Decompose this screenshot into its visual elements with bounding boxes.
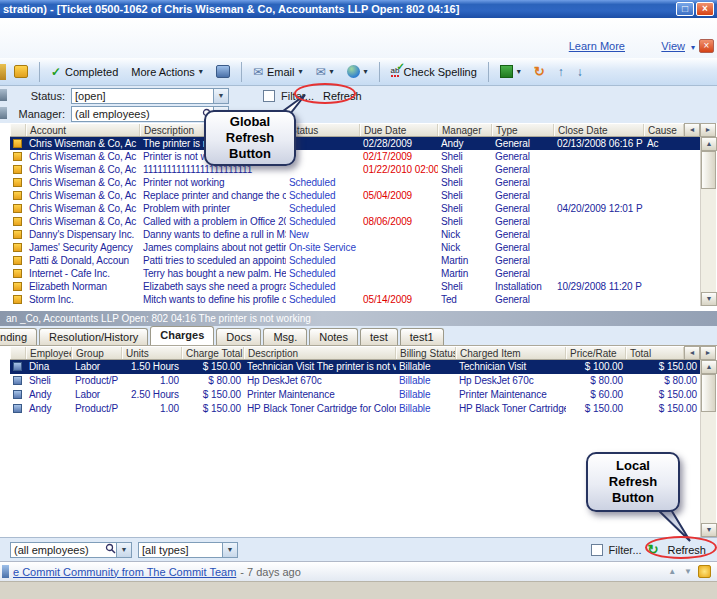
view-link[interactable]: View	[661, 40, 685, 52]
ticket-row[interactable]: Danny's Dispensary Inc. Danny wants to d…	[10, 228, 700, 241]
column-units[interactable]: Units	[122, 347, 182, 359]
column-charged-item[interactable]: Charged Item	[456, 347, 566, 359]
cell-manager: Sheli	[438, 202, 492, 215]
column-employee[interactable]: Employee	[26, 347, 72, 359]
scroll-track[interactable]	[701, 189, 716, 292]
column-type[interactable]: Type	[492, 124, 554, 136]
restore-button[interactable]: □	[676, 2, 694, 16]
chevron-down-icon[interactable]: ▼	[222, 543, 237, 557]
scroll-right-button[interactable]: ►	[700, 123, 716, 137]
ticket-row[interactable]: Chris Wiseman & Co, Ac Called with a pro…	[10, 215, 700, 228]
charge-row[interactable]: Andy Product/P 1.00 $ 150.00 HP Black To…	[10, 402, 700, 416]
chevron-down-icon: ▾	[517, 67, 521, 76]
move-up-button[interactable]: ↑	[553, 62, 569, 82]
local-filter-checkbox[interactable]	[591, 544, 603, 556]
news-prev-button[interactable]: ▲	[666, 567, 678, 576]
new-ticket-button[interactable]	[9, 62, 33, 81]
export-grid-button[interactable]: ▾	[495, 62, 526, 81]
cell-cause	[644, 254, 700, 267]
charge-row[interactable]: Sheli Product/P 1.00 $ 80.00 Hp DeskJet …	[10, 374, 700, 388]
search-icon[interactable]	[105, 543, 116, 556]
column-group[interactable]: Group	[72, 347, 122, 359]
scroll-up-button[interactable]: ▲	[701, 360, 717, 374]
chevron-down-icon[interactable]: ▼	[213, 89, 228, 103]
tickets-scrollbar[interactable]: ▲ ▼	[700, 137, 716, 306]
ticket-row[interactable]: James' Security Agency James complains a…	[10, 241, 700, 254]
commit-community-link[interactable]: e Commit Community from The Commit Team	[13, 566, 236, 578]
child-close-button[interactable]: ×	[699, 39, 714, 53]
cell-type: General	[492, 189, 554, 202]
column-account[interactable]: Account	[26, 124, 140, 136]
row-icon-cell	[10, 388, 26, 402]
column-description[interactable]: Description	[244, 347, 396, 359]
scroll-thumb[interactable]	[701, 151, 716, 189]
web-button[interactable]: ▾	[342, 62, 373, 81]
check-icon: ✓	[397, 62, 405, 71]
scroll-up-button[interactable]: ▲	[701, 137, 717, 151]
tab[interactable]: Notes	[309, 328, 358, 345]
ticket-row[interactable]: Chris Wiseman & Co, Ac The printer is no…	[10, 137, 700, 150]
more-actions-button[interactable]: More Actions ▾	[126, 63, 208, 81]
email-button[interactable]: ✉ Email ▾	[248, 62, 308, 82]
restore-icon: □	[682, 3, 688, 14]
ticket-row[interactable]: Elizabeth Norman Elizabeth says she need…	[10, 280, 700, 293]
ticket-row[interactable]: Internet - Cafe Inc. Terry has bought a …	[10, 267, 700, 280]
scroll-thumb[interactable]	[701, 374, 716, 412]
send-message-button[interactable]: ✉ ▾	[310, 62, 338, 82]
column-status[interactable]: Status	[286, 124, 360, 136]
column-icon[interactable]	[10, 347, 26, 359]
scroll-left-button[interactable]: ◄	[684, 123, 700, 137]
close-button[interactable]: ×	[696, 2, 714, 16]
cell-status: Scheduled	[286, 202, 360, 215]
scroll-down-button[interactable]: ▼	[701, 523, 717, 537]
check-spelling-button[interactable]: ab✓ Check Spelling	[386, 63, 482, 81]
learn-more-link[interactable]: Learn More	[569, 40, 625, 52]
tab[interactable]: test1	[400, 328, 444, 345]
ticket-row[interactable]: Chris Wiseman & Co, Ac Problem with prin…	[10, 202, 700, 215]
cell-account: Elizabeth Norman	[26, 280, 140, 293]
ticket-row[interactable]: Chris Wiseman & Co, Ac 11111111111111111…	[10, 163, 700, 176]
tab[interactable]: Resolution/History	[39, 328, 148, 345]
contacts-button[interactable]	[211, 62, 235, 81]
filter-checkbox[interactable]	[263, 90, 275, 102]
sync-button[interactable]: ↻	[529, 61, 550, 82]
commit-news-icon[interactable]	[698, 565, 711, 578]
ticket-row[interactable]: Storm Inc. Mitch wants to define his pro…	[10, 293, 700, 306]
column-close-date[interactable]: Close Date	[554, 124, 644, 136]
column-total[interactable]: Total	[626, 347, 684, 359]
column-due-date[interactable]: Due Date	[360, 124, 438, 136]
column-charge-total[interactable]: Charge Total	[182, 347, 244, 359]
cell-manager: Sheli	[438, 176, 492, 189]
view-dropdown-icon[interactable]: ▾	[691, 43, 695, 52]
completed-button[interactable]: ✓ Completed	[46, 62, 123, 82]
chevron-down-icon[interactable]: ▼	[116, 543, 131, 557]
tab[interactable]: Charges	[150, 326, 214, 345]
ticket-row[interactable]: Chris Wiseman & Co, Ac Printer not worki…	[10, 176, 700, 189]
types-filter-dropdown[interactable]: [all types] ▼	[138, 542, 238, 558]
column-billing-status[interactable]: Billing Status	[396, 347, 456, 359]
tab[interactable]: test	[360, 328, 398, 345]
column-manager[interactable]: Manager	[438, 124, 492, 136]
scroll-down-button[interactable]: ▼	[701, 292, 717, 306]
news-next-button[interactable]: ▼	[682, 567, 694, 576]
tab[interactable]: ending	[0, 328, 37, 345]
column-price-rate[interactable]: Price/Rate	[566, 347, 626, 359]
cell-group: Product/P	[72, 374, 122, 388]
tab[interactable]: Msg.	[263, 328, 307, 345]
column-cause[interactable]: Cause	[644, 124, 684, 136]
column-icon[interactable]	[10, 124, 26, 136]
chevron-down-icon: ▾	[298, 67, 302, 76]
ticket-row[interactable]: Chris Wiseman & Co, Ac Printer is not wo…	[10, 150, 700, 163]
scroll-right-button[interactable]: ►	[700, 346, 716, 360]
charges-scrollbar[interactable]: ▲ ▼	[700, 360, 716, 537]
tab[interactable]: Docs	[216, 328, 261, 345]
charge-row[interactable]: Andy Labor 2.50 Hours $ 150.00 Printer M…	[10, 388, 700, 402]
employees-filter-dropdown[interactable]: (all employees) ▼	[10, 542, 132, 558]
scroll-track[interactable]	[701, 412, 716, 523]
charge-row[interactable]: Dina Labor 1.50 Hours $ 150.00 Technicia…	[10, 360, 700, 374]
ticket-row[interactable]: Chris Wiseman & Co, Ac Replace printer a…	[10, 189, 700, 202]
move-down-button[interactable]: ↓	[572, 62, 588, 82]
status-dropdown[interactable]: [open] ▼	[71, 88, 229, 104]
scroll-left-button[interactable]: ◄	[684, 346, 700, 360]
ticket-row[interactable]: Patti & Donald, Accoun Patti tries to sc…	[10, 254, 700, 267]
